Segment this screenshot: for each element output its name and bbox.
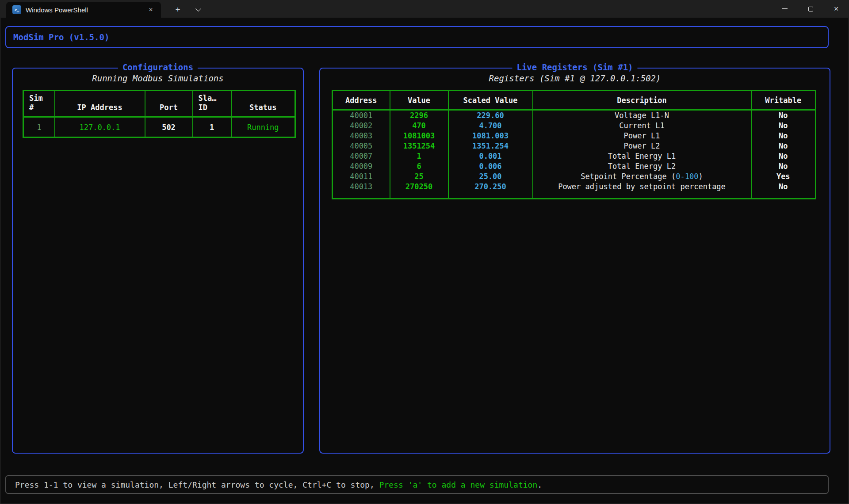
config-cell-sim: 1 bbox=[23, 117, 55, 137]
register-cell-value: 6 bbox=[390, 161, 448, 172]
minimize-button[interactable] bbox=[772, 0, 798, 18]
register-cell-value: 1081003 bbox=[390, 131, 448, 141]
register-row: 4000710.001Total Energy L1No bbox=[333, 151, 816, 161]
live-registers-panel: Live Registers (Sim #1) Registers (Sim #… bbox=[319, 68, 830, 454]
register-row: 40013270250270.250Power adjusted by setp… bbox=[333, 182, 816, 192]
description-segment: Total Energy L2 bbox=[608, 162, 676, 171]
plus-icon: + bbox=[175, 5, 180, 15]
register-cell-writable: No bbox=[751, 151, 816, 161]
tab-title: Windows PowerShell bbox=[26, 6, 88, 14]
register-cell-writable: Yes bbox=[751, 172, 816, 182]
config-header-ip: IP Address bbox=[55, 91, 145, 117]
live-registers-panel-subtitle: Registers (Sim #1 @ 127.0.0.1:502) bbox=[320, 73, 830, 84]
chevron-down-icon bbox=[195, 6, 201, 11]
register-cell-address: 40011 bbox=[333, 172, 390, 182]
maximize-icon bbox=[808, 7, 813, 11]
register-cell-value: 25 bbox=[390, 172, 448, 182]
status-segment: Press 1-1 to view a simulation, Left/Rig… bbox=[15, 480, 379, 489]
config-header-slave_id: Sla…ID bbox=[193, 91, 231, 117]
config-table: Sim#IP AddressPortSla…IDStatus 1127.0.0.… bbox=[23, 90, 296, 138]
status-text: Press 1-1 to view a simulation, Left/Rig… bbox=[15, 480, 542, 489]
description-segment: Current L1 bbox=[619, 121, 664, 130]
spacer-cell bbox=[533, 192, 751, 199]
powershell-icon: >_ bbox=[12, 5, 21, 14]
config-cell-slave_id: 1 bbox=[193, 117, 231, 137]
register-cell-scaled-value: 0.001 bbox=[448, 151, 533, 161]
new-tab-button[interactable]: + bbox=[169, 2, 187, 18]
config-row: 1127.0.0.15021Running bbox=[23, 117, 295, 137]
configurations-panel: Configurations Running Modbus Simulation… bbox=[12, 68, 304, 454]
register-cell-writable: No bbox=[751, 161, 816, 172]
status-segment: . bbox=[537, 480, 542, 489]
register-cell-description: Current L1 bbox=[533, 121, 751, 131]
register-cell-scaled-value: 270.250 bbox=[448, 182, 533, 192]
register-cell-value: 1351254 bbox=[390, 141, 448, 151]
config-header-port: Port bbox=[145, 91, 193, 117]
tab-windows-powershell[interactable]: >_ Windows PowerShell ✕ bbox=[6, 2, 161, 18]
live-registers-panel-title: Live Registers (Sim #1) bbox=[512, 62, 637, 72]
title-bar: >_ Windows PowerShell ✕ + ✕ bbox=[0, 0, 849, 18]
registers-header-description: Description bbox=[533, 91, 751, 110]
configurations-panel-title: Configurations bbox=[118, 62, 198, 72]
description-segment: 0-100 bbox=[676, 172, 698, 181]
description-segment: Power L1 bbox=[624, 131, 660, 140]
config-header-status: Status bbox=[231, 91, 295, 117]
register-cell-description: Total Energy L1 bbox=[533, 151, 751, 161]
register-cell-writable: No bbox=[751, 182, 816, 192]
spacer-cell bbox=[448, 192, 533, 199]
register-cell-scaled-value: 1081.003 bbox=[448, 131, 533, 141]
register-cell-writable: No bbox=[751, 131, 816, 141]
tab-close-button[interactable]: ✕ bbox=[145, 4, 157, 15]
status-segment: Press 'a' to add a new simulation bbox=[379, 480, 538, 489]
description-segment: Total Energy L1 bbox=[608, 152, 676, 160]
registers-table-header-row: AddressValueScaled ValueDescriptionWrita… bbox=[333, 91, 816, 110]
register-cell-address: 40007 bbox=[333, 151, 390, 161]
config-table-body: 1127.0.0.15021Running bbox=[23, 117, 295, 137]
maximize-button[interactable] bbox=[798, 0, 823, 18]
register-row: 400012296229.60Voltage L1-NNo bbox=[333, 110, 816, 121]
register-cell-address: 40001 bbox=[333, 110, 390, 121]
config-cell-ip: 127.0.0.1 bbox=[55, 117, 145, 137]
register-cell-description: Setpoint Percentage (0-100) bbox=[533, 172, 751, 182]
close-icon: ✕ bbox=[834, 6, 839, 12]
description-segment: Power L2 bbox=[624, 141, 660, 150]
register-cell-address: 40002 bbox=[333, 121, 390, 131]
config-cell-status: Running bbox=[231, 117, 295, 137]
register-cell-description: Power L2 bbox=[533, 141, 751, 151]
description-segment: Power adjusted by setpoint percentage bbox=[558, 182, 726, 191]
register-cell-description: Power adjusted by setpoint percentage bbox=[533, 182, 751, 192]
registers-header-address: Address bbox=[333, 91, 390, 110]
spacer-cell bbox=[333, 192, 390, 199]
register-cell-writable: No bbox=[751, 110, 816, 121]
registers-table-spacer-row bbox=[333, 192, 816, 199]
register-row: 4000513512541351.254Power L2No bbox=[333, 141, 816, 151]
spacer-cell bbox=[751, 192, 816, 199]
registers-header-value: Value bbox=[390, 91, 448, 110]
registers-table: AddressValueScaled ValueDescriptionWrita… bbox=[332, 90, 816, 199]
app-header-panel: ModSim Pro (v1.5.0) bbox=[5, 26, 829, 48]
window-controls: ✕ bbox=[772, 0, 849, 18]
register-cell-value: 2296 bbox=[390, 110, 448, 121]
close-button[interactable]: ✕ bbox=[823, 0, 849, 18]
registers-header-scaled-value: Scaled Value bbox=[448, 91, 533, 110]
register-cell-scaled-value: 0.006 bbox=[448, 161, 533, 172]
status-bar: Press 1-1 to view a simulation, Left/Rig… bbox=[5, 475, 829, 494]
config-cell-port: 502 bbox=[145, 117, 193, 137]
tab-dropdown-button[interactable] bbox=[189, 2, 207, 18]
register-cell-address: 40009 bbox=[333, 161, 390, 172]
registers-table-body: 400012296229.60Voltage L1-NNo400024704.7… bbox=[333, 110, 816, 199]
register-cell-scaled-value: 4.700 bbox=[448, 121, 533, 131]
configurations-panel-subtitle: Running Modbus Simulations bbox=[13, 73, 303, 84]
register-row: 4000960.006Total Energy L2No bbox=[333, 161, 816, 172]
register-cell-writable: No bbox=[751, 141, 816, 151]
register-cell-address: 40005 bbox=[333, 141, 390, 151]
close-icon: ✕ bbox=[149, 7, 153, 13]
config-table-header-row: Sim#IP AddressPortSla…IDStatus bbox=[23, 91, 295, 117]
register-cell-description: Total Energy L2 bbox=[533, 161, 751, 172]
register-cell-value: 270250 bbox=[390, 182, 448, 192]
description-segment: Setpoint Percentage ( bbox=[581, 172, 676, 181]
register-row: 400112525.00Setpoint Percentage (0-100)Y… bbox=[333, 172, 816, 182]
terminal-window: >_ Windows PowerShell ✕ + ✕ ModSim Pro (… bbox=[0, 0, 849, 504]
register-cell-writable: No bbox=[751, 121, 816, 131]
register-cell-scaled-value: 1351.254 bbox=[448, 141, 533, 151]
